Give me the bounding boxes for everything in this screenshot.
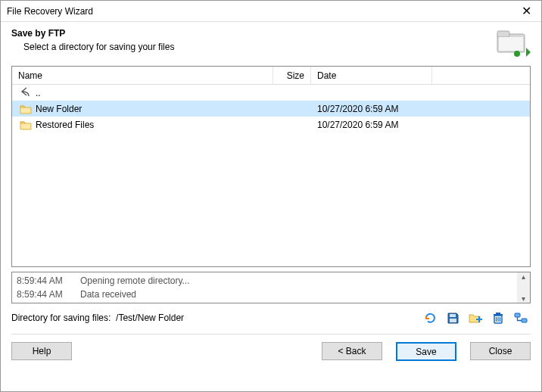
col-header-date[interactable]: Date	[311, 67, 432, 84]
window-title: File Recovery Wizard	[7, 6, 93, 17]
log-time: 8:59:44 AM	[17, 274, 70, 288]
col-header-size[interactable]: Size	[273, 67, 311, 84]
scroll-up-icon[interactable]: ▴	[522, 272, 525, 281]
back-arrow-icon	[20, 86, 32, 99]
log-entry: 8:59:44 AM Opening remote directory...	[17, 274, 525, 288]
list-item[interactable]: New Folder 10/27/2020 6:59 AM	[12, 101, 530, 117]
parent-directory-row[interactable]: ..	[12, 85, 530, 101]
connection-icon[interactable]	[514, 311, 528, 325]
svg-rect-13	[496, 313, 500, 314]
svg-rect-4	[450, 314, 456, 317]
titlebar: File Recovery Wizard ✕	[1, 1, 541, 22]
page-subtitle: Select a directory for saving your files	[23, 42, 174, 52]
item-date: 10/27/2020 6:59 AM	[311, 120, 432, 130]
svg-rect-15	[522, 319, 527, 322]
scroll-down-icon[interactable]: ▾	[522, 294, 525, 303]
delete-icon[interactable]	[491, 311, 505, 325]
log-scrollbar[interactable]: ▴ ▾	[517, 272, 530, 303]
toolbar	[423, 311, 531, 325]
svg-rect-2	[499, 37, 523, 51]
page-title: Save by FTP	[11, 28, 174, 39]
log-message: Opening remote directory...	[80, 274, 190, 288]
save-button[interactable]: Save	[396, 342, 456, 361]
item-date: 10/27/2020 6:59 AM	[311, 104, 432, 114]
file-browser: Name Size Date .. New Folder	[11, 66, 531, 267]
list-item[interactable]: Restored Files 10/27/2020 6:59 AM	[12, 117, 530, 132]
path-value: /Test/New Folder	[116, 313, 184, 323]
svg-rect-1	[497, 31, 509, 37]
log-message: Data received	[80, 288, 136, 301]
folder-icon	[20, 120, 32, 130]
folder-icon	[20, 104, 32, 114]
close-icon[interactable]: ✕	[516, 5, 537, 17]
svg-rect-12	[494, 314, 503, 316]
ftp-folder-icon	[494, 28, 531, 58]
parent-dots: ..	[36, 88, 41, 98]
close-button[interactable]: Close	[470, 342, 531, 360]
new-folder-icon[interactable]	[469, 311, 482, 325]
help-button[interactable]: Help	[11, 342, 72, 360]
item-name: New Folder	[36, 104, 82, 114]
wizard-header: Save by FTP Select a directory for savin…	[1, 22, 541, 66]
column-headers: Name Size Date	[12, 67, 530, 85]
col-header-name[interactable]: Name	[12, 67, 273, 84]
svg-rect-14	[515, 313, 520, 317]
item-name: Restored Files	[36, 120, 94, 130]
log-entry: 8:59:44 AM Data received	[17, 288, 525, 301]
log-panel: 8:59:44 AM Opening remote directory... 8…	[11, 272, 531, 303]
log-time: 8:59:44 AM	[17, 288, 70, 301]
path-label: Directory for saving files:	[11, 313, 111, 323]
svg-rect-5	[450, 319, 456, 322]
save-path: Directory for saving files: /Test/New Fo…	[11, 313, 184, 323]
svg-point-3	[514, 51, 520, 57]
save-disk-icon[interactable]	[446, 311, 459, 325]
back-button[interactable]: < Back	[322, 342, 382, 360]
refresh-icon[interactable]	[423, 311, 437, 325]
file-list[interactable]: .. New Folder 10/27/2020 6:59 AM	[12, 85, 530, 266]
button-bar: Help < Back Save Close	[1, 342, 541, 369]
divider	[11, 334, 531, 334]
